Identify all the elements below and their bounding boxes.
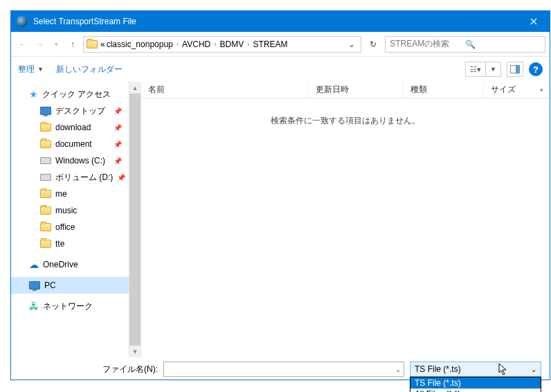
breadcrumb-item[interactable]: AVCHD <box>182 39 210 49</box>
pin-icon: 📌 <box>114 141 122 148</box>
back-button[interactable]: ← <box>15 37 30 52</box>
sidebar-item-office[interactable]: office <box>11 219 129 235</box>
folder-icon <box>40 123 51 132</box>
sort-indicator-icon: ▾ <box>540 87 543 93</box>
forward-button[interactable]: → <box>32 37 47 52</box>
sidebar: ★ クイック アクセス デスクトップ📌 download📌 document📌 … <box>11 82 141 357</box>
desktop-icon <box>40 107 51 115</box>
drive-icon <box>40 174 51 181</box>
sidebar-item-desktop[interactable]: デスクトップ📌 <box>11 103 129 119</box>
search-placeholder: STREAMの検索 <box>390 38 465 50</box>
close-button[interactable] <box>518 11 550 32</box>
sidebar-item-onedrive[interactable]: ☁OneDrive <box>11 256 129 273</box>
cursor-icon <box>498 363 509 377</box>
pin-icon: 📌 <box>117 174 125 181</box>
sidebar-item-me[interactable]: me <box>11 186 129 202</box>
sidebar-item-tte[interactable]: tte <box>11 235 129 252</box>
column-name[interactable]: 名前 <box>141 82 309 98</box>
column-type[interactable]: 種類 <box>404 82 484 98</box>
address-bar[interactable]: « classic_nonpopup› AVCHD› BDMV› STREAM … <box>83 36 361 53</box>
folder-icon <box>40 223 51 231</box>
filter-option[interactable]: All Files (*.*) <box>410 389 541 392</box>
chevron-down-icon: ⌄ <box>531 366 536 373</box>
chevron-right-icon: › <box>212 40 218 48</box>
quick-access-root[interactable]: ★ クイック アクセス <box>11 86 129 103</box>
filter-option[interactable]: TS File (*.ts) <box>410 377 541 389</box>
svg-rect-1 <box>516 66 519 73</box>
folder-icon <box>40 190 51 198</box>
folder-icon <box>40 140 51 148</box>
folder-icon <box>87 40 98 48</box>
sidebar-item-download[interactable]: download📌 <box>11 119 129 136</box>
sidebar-item-c-drive[interactable]: Windows (C:)📌 <box>11 152 129 169</box>
organize-menu[interactable]: 整理 ▼ <box>18 64 44 75</box>
sidebar-item-d-drive[interactable]: ボリューム (D:)📌 <box>11 169 129 186</box>
navigation-bar: ← → ▾ ↑ « classic_nonpopup› AVCHD› BDMV›… <box>11 32 550 57</box>
chevron-right-icon: › <box>174 40 181 48</box>
view-mode-button[interactable]: ☷▾ ▼ <box>465 62 501 77</box>
column-size[interactable]: サイズ▾ <box>484 82 550 98</box>
star-icon: ★ <box>29 89 38 100</box>
breadcrumb-item[interactable]: classic_nonpopup <box>107 39 173 49</box>
scroll-down-icon[interactable]: ▼ <box>129 346 141 357</box>
preview-pane-button[interactable] <box>507 62 523 77</box>
view-icon: ☷▾ <box>466 62 485 76</box>
breadcrumb-item[interactable]: BDMV <box>220 39 244 49</box>
new-folder-button[interactable]: 新しいフォルダー <box>56 64 123 75</box>
search-input[interactable]: STREAMの検索 🔍 <box>385 36 545 53</box>
app-icon <box>17 16 28 27</box>
file-list-pane: 名前 更新日時 種類 サイズ▾ 検索条件に一致する項目はありません。 <box>141 82 550 357</box>
address-dropdown[interactable]: ⌄ <box>345 39 358 49</box>
chevron-right-icon: › <box>245 40 251 48</box>
pin-icon: 📌 <box>114 124 122 132</box>
search-icon: 🔍 <box>465 39 541 49</box>
titlebar: Select TransportStream File <box>11 11 550 32</box>
pc-icon <box>29 281 40 289</box>
file-dialog-window: Select TransportStream File ← → ▾ ↑ « cl… <box>10 10 550 380</box>
breadcrumb[interactable]: « classic_nonpopup› AVCHD› BDMV› STREAM <box>100 39 343 49</box>
cloud-icon: ☁ <box>29 259 39 270</box>
network-icon: 🖧 <box>29 301 39 312</box>
folder-icon <box>40 206 51 215</box>
sidebar-item-music[interactable]: music <box>11 202 129 219</box>
chevron-down-icon[interactable]: ▼ <box>486 62 500 76</box>
empty-message: 検索条件に一致する項目はありません。 <box>141 98 550 357</box>
scrollbar-thumb[interactable] <box>129 93 141 346</box>
breadcrumb-item[interactable]: STREAM <box>253 39 288 49</box>
window-title: Select TransportStream File <box>33 17 518 26</box>
sidebar-item-network[interactable]: 🖧ネットワーク <box>11 298 129 314</box>
up-button[interactable]: ↑ <box>65 37 80 52</box>
nav-tree: ★ クイック アクセス デスクトップ📌 download📌 document📌 … <box>11 82 129 357</box>
toolbar: 整理 ▼ 新しいフォルダー ☷▾ ▼ ? <box>11 57 550 82</box>
refresh-button[interactable]: ↻ <box>364 36 382 53</box>
column-date[interactable]: 更新日時 <box>309 82 404 98</box>
column-headers: 名前 更新日時 種類 サイズ▾ <box>141 82 550 98</box>
help-button[interactable]: ? <box>529 62 543 76</box>
dialog-footer: ファイル名(N): ⌄ TS File (*.ts) ⌄ TS File (*.… <box>11 357 550 380</box>
scroll-up-icon[interactable]: ▲ <box>129 82 141 93</box>
recent-dropdown[interactable]: ▾ <box>48 37 64 52</box>
sidebar-item-pc[interactable]: PC <box>11 277 129 294</box>
pin-icon: 📌 <box>114 157 122 165</box>
sidebar-scrollbar[interactable]: ▲ ▼ <box>129 82 141 357</box>
chevron-down-icon: ▼ <box>37 66 44 73</box>
drive-icon <box>40 157 51 164</box>
pin-icon: 📌 <box>114 107 122 115</box>
filename-label: ファイル名(N): <box>19 364 158 375</box>
sidebar-item-document[interactable]: document📌 <box>11 136 129 152</box>
filename-input[interactable]: ⌄ <box>163 362 404 377</box>
file-type-filter[interactable]: TS File (*.ts) ⌄ <box>410 362 541 377</box>
file-type-dropdown: TS File (*.ts) All Files (*.*) <box>410 377 541 392</box>
folder-icon <box>40 240 51 248</box>
chevron-down-icon[interactable]: ⌄ <box>395 366 401 373</box>
